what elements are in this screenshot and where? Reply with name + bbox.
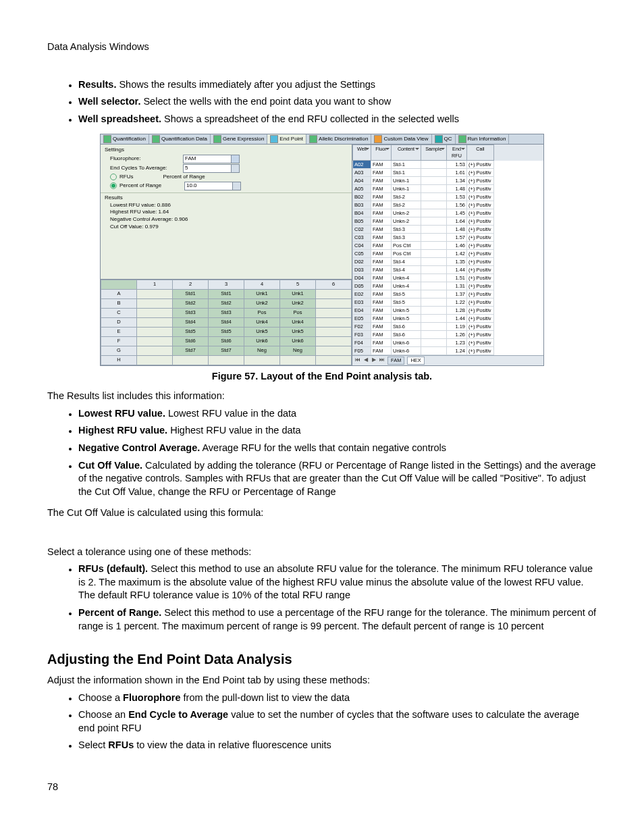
selector-cell[interactable]: Unk5	[244, 327, 280, 336]
selector-cell[interactable]	[316, 308, 352, 317]
selector-cell[interactable]: Std1	[209, 289, 244, 298]
selector-cell[interactable]: Unk4	[244, 317, 280, 327]
selector-cell[interactable]: Neg	[244, 346, 280, 355]
sheet-row[interactable]: D02FAMStd-41.35(+) Positiv	[352, 258, 543, 266]
selector-cell[interactable]	[137, 308, 173, 317]
sheet-header-sample[interactable]: Sample	[421, 145, 447, 160]
selector-cell[interactable]	[137, 298, 173, 308]
selector-cell[interactable]: Std3	[209, 308, 244, 317]
selector-cell[interactable]	[316, 298, 352, 308]
selector-cell[interactable]: Std6	[209, 336, 244, 346]
tab-custom-data-view[interactable]: Custom Data View	[371, 134, 431, 144]
tab-gene-expression[interactable]: Gene Expression	[211, 134, 267, 144]
selector-cell[interactable]: Unk5	[280, 327, 316, 336]
tab-run-information[interactable]: Run Information	[456, 134, 510, 144]
percent-radio[interactable]	[110, 182, 117, 189]
selector-cell[interactable]	[316, 317, 352, 327]
sheet-row[interactable]: F04FAMUnkn-61.23(+) Positiv	[352, 339, 543, 347]
sheet-header-content[interactable]: Content	[392, 145, 421, 160]
selector-col-header[interactable]: 6	[316, 280, 352, 289]
selector-cell[interactable]	[316, 355, 352, 365]
selector-row-header[interactable]: B	[101, 298, 137, 308]
selector-row-header[interactable]: A	[101, 289, 137, 298]
selector-row-header[interactable]: F	[101, 336, 137, 346]
selector-row-header[interactable]: C	[101, 308, 137, 317]
sheet-row[interactable]: F03FAMStd-61.26(+) Positiv	[352, 331, 543, 339]
selector-cell[interactable]	[244, 355, 280, 365]
selector-row-header[interactable]: G	[101, 346, 137, 355]
selector-cell[interactable]	[316, 346, 352, 355]
sheet-row[interactable]: E03FAMStd-51.22(+) Positiv	[352, 298, 543, 307]
sheet-tab-hex[interactable]: HEX	[407, 357, 424, 365]
selector-cell[interactable]	[137, 355, 173, 365]
fluorophore-dropdown[interactable]: FAM	[183, 155, 240, 163]
tab-quantification-data[interactable]: Quantification Data	[149, 134, 211, 144]
selector-cell[interactable]: Unk1	[244, 289, 280, 298]
nav-first-icon[interactable]: ⏮	[355, 357, 360, 364]
selector-cell[interactable]	[316, 289, 352, 298]
selector-row-header[interactable]: D	[101, 317, 137, 327]
sheet-row[interactable]: D04FAMUnkn-41.51(+) Positiv	[352, 274, 543, 282]
selector-col-header[interactable]: 2	[173, 280, 209, 289]
sheet-header-call[interactable]: Call	[467, 145, 494, 160]
selector-cell[interactable]: Unk2	[244, 298, 280, 308]
selector-cell[interactable]: Unk4	[280, 317, 316, 327]
selector-cell[interactable]: Unk2	[280, 298, 316, 308]
selector-cell[interactable]: Std2	[173, 298, 209, 308]
sheet-row[interactable]: F02FAMStd-61.19(+) Positiv	[352, 323, 543, 331]
selector-col-header[interactable]: 4	[244, 280, 280, 289]
selector-cell[interactable]: Neg	[280, 346, 316, 355]
percent-spinner[interactable]: 10.0	[184, 182, 241, 190]
sheet-row[interactable]: A03FAMStd-11.61(+) Positiv	[352, 169, 543, 177]
nav-next-icon[interactable]: ▶	[371, 357, 377, 364]
sheet-row[interactable]: A05FAMUnkn-11.48(+) Positiv	[352, 185, 543, 193]
selector-cell[interactable]: Std3	[173, 308, 209, 317]
selector-cell[interactable]	[137, 289, 173, 298]
sheet-header-fluor[interactable]: Fluor	[371, 145, 392, 160]
sheet-row[interactable]: E04FAMUnkn-51.28(+) Positiv	[352, 307, 543, 315]
sheet-row[interactable]: B02FAMStd-21.53(+) Positiv	[352, 193, 543, 201]
selector-cell[interactable]	[137, 336, 173, 346]
selector-cell[interactable]: Std4	[173, 317, 209, 327]
sheet-row[interactable]: F05FAMUnkn-61.24(+) Positiv	[352, 347, 543, 355]
selector-cell[interactable]	[137, 346, 173, 355]
tab-qc[interactable]: QC	[432, 134, 456, 144]
sheet-row[interactable]: B03FAMStd-21.56(+) Positiv	[352, 201, 543, 209]
selector-cell[interactable]: Unk6	[244, 336, 280, 346]
sheet-row[interactable]: C05FAMPos Ctrl1.42(+) Positiv	[352, 250, 543, 258]
selector-cell[interactable]: Unk1	[280, 289, 316, 298]
tab-end-point[interactable]: End Point	[267, 134, 306, 144]
nav-prev-icon[interactable]: ◀	[363, 357, 369, 364]
nav-last-icon[interactable]: ⏭	[379, 357, 385, 364]
selector-cell[interactable]	[137, 327, 173, 336]
selector-row-header[interactable]: E	[101, 327, 137, 336]
selector-cell[interactable]	[316, 336, 352, 346]
end-cycles-spinner[interactable]: 5	[183, 164, 240, 173]
sheet-row[interactable]: C03FAMStd-31.57(+) Positiv	[352, 234, 543, 242]
sheet-row[interactable]: D05FAMUnkn-41.31(+) Positiv	[352, 282, 543, 290]
selector-cell[interactable]: Std2	[209, 298, 244, 308]
selector-cell[interactable]	[280, 355, 316, 365]
selector-cell[interactable]	[209, 355, 244, 365]
selector-cell[interactable]: Std4	[209, 317, 244, 327]
sheet-row[interactable]: A02FAMStd-11.53(+) Positiv	[352, 161, 543, 169]
rfus-radio[interactable]	[110, 174, 117, 180]
selector-cell[interactable]	[316, 327, 352, 336]
sheet-row[interactable]: A04FAMUnkn-11.34(+) Positiv	[352, 177, 543, 185]
sheet-row[interactable]: B04FAMUnkn-21.45(+) Positiv	[352, 209, 543, 217]
selector-cell[interactable]: Pos	[280, 308, 316, 317]
sheet-row[interactable]: C04FAMPos Ctrl1.46(+) Positiv	[352, 242, 543, 250]
sheet-header-end-rfu[interactable]: End RFU	[447, 145, 467, 160]
selector-cell[interactable]	[137, 317, 173, 327]
sheet-tab-fam[interactable]: FAM	[387, 357, 404, 365]
selector-col-header[interactable]: 5	[280, 280, 316, 289]
tab-allelic-discrimination[interactable]: Allelic Discrimination	[306, 134, 371, 144]
selector-cell[interactable]: Unk6	[280, 336, 316, 346]
selector-col-header[interactable]: 3	[209, 280, 244, 289]
sheet-row[interactable]: E05FAMUnkn-51.44(+) Positiv	[352, 315, 543, 323]
selector-cell[interactable]: Pos	[244, 308, 280, 317]
sheet-row[interactable]: B05FAMUnkn-21.64(+) Positiv	[352, 217, 543, 226]
tab-quantification[interactable]: Quantification	[101, 134, 149, 144]
selector-cell[interactable]: Std1	[173, 289, 209, 298]
selector-cell[interactable]: Std7	[173, 346, 209, 355]
